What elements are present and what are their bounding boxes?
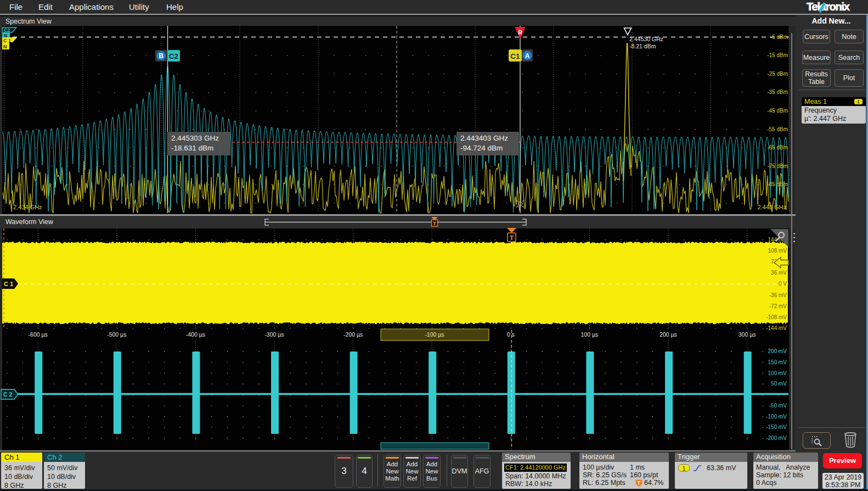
svg-text:-150 mV: -150 mV (766, 424, 787, 430)
svg-text:-72 mV: -72 mV (769, 303, 787, 309)
svg-text:-50 mV: -50 mV (769, 403, 787, 409)
svg-text:108 mV: 108 mV (768, 248, 787, 254)
svg-text:-36 mV: -36 mV (769, 292, 787, 298)
svg-text:T: T (510, 235, 514, 241)
svg-text:100 mV: 100 mV (768, 370, 787, 376)
svg-text:100 µs: 100 µs (581, 331, 599, 338)
svg-text:-144 mV: -144 mV (766, 325, 787, 331)
svg-text:-300 µs: -300 µs (264, 331, 284, 338)
svg-text:150 mV: 150 mV (768, 359, 787, 365)
svg-text:-100 µs: -100 µs (425, 331, 444, 338)
svg-text:200 mV: 200 mV (768, 348, 787, 354)
svg-text:200 µs: 200 µs (660, 331, 677, 338)
svg-text:300 µs: 300 µs (739, 331, 756, 338)
svg-text:T: T (638, 480, 641, 486)
svg-text:-500 µs: -500 µs (107, 331, 126, 338)
svg-text:C 2: C 2 (3, 391, 13, 398)
svg-text:-200 µs: -200 µs (343, 331, 363, 338)
svg-text:36 mV: 36 mV (771, 270, 787, 276)
svg-text:C 1: C 1 (4, 281, 13, 287)
svg-text:50 mV: 50 mV (771, 381, 787, 387)
svg-text:-400 µs: -400 µs (186, 331, 205, 338)
svg-text:-600 µs: -600 µs (29, 331, 48, 338)
svg-text:-100 mV: -100 mV (766, 414, 787, 420)
svg-text:0 V: 0 V (779, 281, 787, 287)
svg-text:0 s: 0 s (507, 331, 515, 338)
svg-text:-108 mV: -108 mV (766, 314, 787, 320)
svg-text:-200 mV: -200 mV (766, 435, 787, 441)
